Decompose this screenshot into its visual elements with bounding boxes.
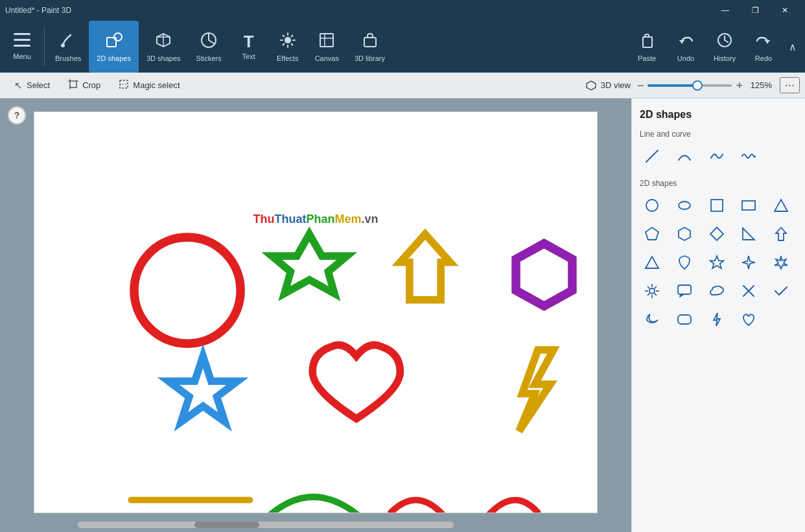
- shape-triangle[interactable]: [769, 193, 793, 218]
- line-curve-label: Line and curve: [640, 130, 797, 139]
- shape-circle[interactable]: [640, 193, 664, 218]
- svg-marker-18: [516, 244, 572, 306]
- toolbar-undo[interactable]: Undo: [666, 21, 705, 73]
- shape-curve[interactable]: [705, 144, 729, 168]
- shape-rounded-rect[interactable]: [672, 307, 697, 332]
- shape-sun[interactable]: [640, 279, 664, 303]
- svg-marker-20: [519, 350, 554, 432]
- maximize-button[interactable]: ❐: [740, 0, 770, 21]
- svg-marker-16: [272, 234, 347, 294]
- svg-marker-17: [400, 234, 450, 299]
- text-icon: T: [244, 33, 254, 50]
- paste-icon: [638, 31, 656, 52]
- shape-star4[interactable]: [736, 250, 761, 275]
- shape-hexagon[interactable]: [672, 222, 697, 246]
- shape-oval[interactable]: [672, 193, 697, 218]
- shape-star6[interactable]: [769, 250, 793, 275]
- svg-marker-29: [679, 227, 690, 240]
- toolbar-text[interactable]: T Text: [229, 21, 268, 73]
- shape-triangle2[interactable]: [640, 250, 664, 275]
- toolbar-menu[interactable]: Menu: [3, 21, 41, 73]
- minimize-button[interactable]: —: [710, 0, 740, 21]
- svg-point-3: [61, 43, 65, 47]
- shape-cloud[interactable]: [705, 279, 729, 303]
- select-label: Select: [27, 80, 50, 90]
- window-title: Untitled* - Paint 3D: [5, 6, 71, 15]
- toolbar-3d-library[interactable]: 3D library: [347, 21, 393, 73]
- shape-leaf[interactable]: [672, 250, 697, 275]
- toolbar-redo[interactable]: Redo: [744, 21, 783, 73]
- h-scrollbar[interactable]: [78, 522, 454, 528]
- shape-right-triangle[interactable]: [736, 222, 761, 246]
- 3d-library-icon: [361, 31, 379, 52]
- canvas-label: Canvas: [315, 54, 339, 62]
- 2d-shapes-icon: [105, 31, 123, 52]
- shape-heart[interactable]: [736, 307, 761, 332]
- right-panel: 2D shapes Line and curve 2D shapes: [631, 98, 805, 532]
- svg-marker-30: [710, 227, 723, 240]
- shape-wave[interactable]: [736, 144, 761, 168]
- svg-marker-31: [743, 228, 754, 240]
- zoom-controls: − + 125% ···: [637, 77, 800, 93]
- text-label: Text: [242, 52, 255, 60]
- shape-square[interactable]: [705, 193, 729, 218]
- magic-select-icon: [119, 79, 129, 91]
- toolbar-paste[interactable]: Paste: [627, 21, 666, 73]
- h-scrollbar-thumb[interactable]: [194, 522, 259, 528]
- svg-marker-36: [742, 256, 755, 269]
- shape-pentagon[interactable]: [640, 222, 664, 246]
- svg-marker-35: [710, 256, 723, 268]
- toolbar-effects[interactable]: Effects: [268, 21, 307, 73]
- redo-icon: [754, 31, 773, 52]
- shape-line[interactable]: [640, 144, 664, 168]
- help-button[interactable]: ?: [8, 106, 26, 124]
- main-content: ?: [0, 98, 805, 532]
- svg-rect-12: [70, 81, 76, 87]
- toolbar-stickers[interactable]: Stickers: [189, 21, 229, 73]
- crop-icon: [68, 79, 78, 91]
- shape-xmark[interactable]: [736, 279, 761, 303]
- drawing-canvas[interactable]: ThuThuatPhanMem.vn: [34, 111, 598, 513]
- select-tool[interactable]: ↖ Select: [5, 76, 59, 95]
- magic-select-tool[interactable]: Magic select: [110, 75, 189, 95]
- 3d-view-label: 3D view: [601, 80, 631, 90]
- toolbar-history[interactable]: History: [705, 21, 744, 73]
- shape-moon[interactable]: [640, 307, 664, 332]
- toolbar-brushes[interactable]: Brushes: [47, 21, 89, 73]
- 3d-view-toggle[interactable]: 3D view: [579, 80, 637, 91]
- toolbar-canvas[interactable]: Canvas: [307, 21, 347, 73]
- zoom-in-button[interactable]: +: [736, 80, 743, 91]
- svg-marker-33: [646, 257, 659, 268]
- panel-title: 2D shapes: [640, 109, 797, 121]
- shape-rectangle[interactable]: [736, 193, 761, 218]
- zoom-out-button[interactable]: −: [637, 80, 644, 91]
- svg-marker-27: [775, 200, 788, 211]
- svg-marker-41: [714, 313, 720, 326]
- shape-arc[interactable]: [672, 144, 697, 168]
- svg-line-22: [646, 150, 658, 162]
- svg-marker-28: [646, 227, 659, 240]
- stickers-label: Stickers: [196, 54, 222, 62]
- canvas-area: ?: [0, 98, 631, 532]
- shape-check[interactable]: [769, 279, 793, 303]
- main-toolbar: Menu Brushes 2D shapes 3D shapes Sticker…: [0, 21, 805, 73]
- toolbar-2d-shapes[interactable]: 2D shapes: [89, 21, 139, 73]
- shape-diamond[interactable]: [705, 222, 729, 246]
- shape-star5[interactable]: [705, 250, 729, 275]
- line-curve-grid: [640, 144, 797, 168]
- svg-rect-26: [742, 201, 755, 210]
- 3d-shapes-label: 3D shapes: [146, 54, 181, 62]
- toolbar-collapse[interactable]: ∧: [783, 21, 802, 73]
- shape-up-arrow[interactable]: [769, 222, 793, 246]
- svg-rect-9: [364, 38, 376, 47]
- svg-rect-8: [320, 34, 333, 47]
- crop-tool[interactable]: Crop: [59, 75, 110, 95]
- toolbar-3d-shapes[interactable]: 3D shapes: [139, 21, 189, 73]
- zoom-slider[interactable]: [648, 84, 732, 87]
- shape-lightning[interactable]: [705, 307, 729, 332]
- svg-rect-40: [678, 315, 691, 324]
- more-options-button[interactable]: ···: [780, 77, 800, 93]
- close-button[interactable]: ✕: [770, 0, 800, 21]
- shape-speech-bubble[interactable]: [672, 279, 697, 303]
- 3d-shapes-icon: [154, 31, 172, 52]
